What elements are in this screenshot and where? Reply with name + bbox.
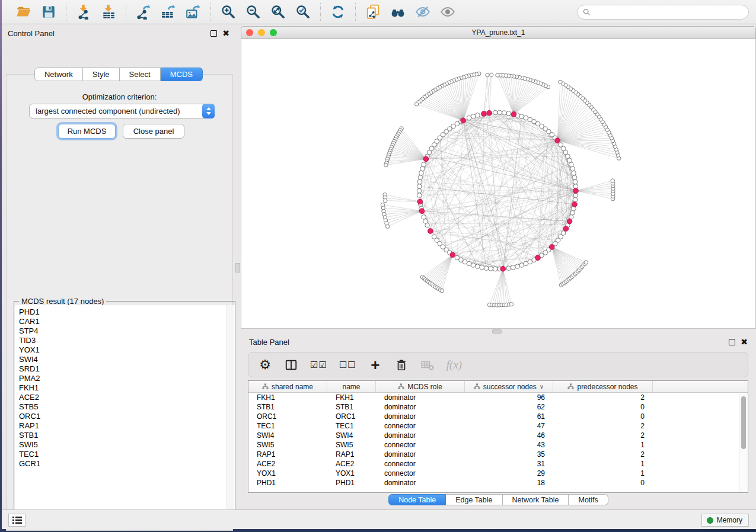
optimization-criterion-select[interactable]: largest connected component (undirected) [29,104,215,118]
cell-name: ORC1 [327,412,376,421]
status-bar: Memory [2,509,756,529]
zoom-selected-button[interactable] [292,2,314,21]
table-row[interactable]: ORC1ORC1dominator610 [248,412,738,421]
tab-select[interactable]: Select [120,68,161,81]
mcds-result-item[interactable]: TEC1 [19,450,235,459]
mcds-result-item[interactable]: STB5 [19,402,235,412]
tab-mcds[interactable]: MCDS [161,68,203,81]
clone-network-view-button[interactable] [362,2,384,21]
control-panel-title: Control Panel [8,29,55,38]
tab-node-table[interactable]: Node Table [388,494,446,505]
cell-MCDS-role: connector [376,469,465,478]
memory-button[interactable]: Memory [701,514,749,527]
mcds-result-item[interactable]: STB1 [19,431,235,440]
show-columns-button[interactable] [284,357,298,373]
mcds-result-item[interactable]: ACE2 [19,393,235,402]
table-row[interactable]: TEC1TEC1connector472 [248,421,738,431]
table-row[interactable]: RAP1RAP1dominator352 [248,450,738,459]
vertical-splitter-handle[interactable] [235,263,240,273]
close-panel-button[interactable]: Close panel [123,124,184,139]
tab-edge-table[interactable]: Edge Table [446,494,502,505]
mcds-result-item[interactable]: SWI5 [19,440,235,450]
zoom-in-button[interactable] [217,2,240,21]
mcds-result-scrollbar[interactable] [227,305,234,521]
tab-motifs[interactable]: Motifs [569,494,608,505]
mcds-result-item[interactable]: CAR1 [19,317,235,326]
export-network-icon [136,4,151,20]
cell-name: SWI4 [327,431,376,440]
tab-network-table[interactable]: Network Table [503,494,569,505]
mcds-result-item[interactable]: GCR1 [19,459,235,469]
tab-network[interactable]: Network [34,68,83,81]
node-table-scrollbar[interactable] [739,394,747,492]
mcds-result-item[interactable]: TID3 [19,336,235,345]
show-all-button[interactable] [436,2,459,21]
mcds-result-item[interactable]: ORC1 [19,412,235,421]
column-header-successor-nodes[interactable]: successor nodes∨ [465,381,553,392]
mcds-result-item[interactable]: SWI4 [19,355,235,364]
hide-selected-button[interactable] [412,2,434,21]
export-table-button[interactable] [157,2,180,21]
cell-successor-nodes: 31 [465,459,553,469]
zoom-out-button[interactable] [242,2,264,21]
column-header-shared-name[interactable]: shared name [248,381,327,392]
mcds-result-item[interactable]: FKH1 [19,383,235,393]
network-canvas[interactable] [241,39,756,329]
control-panel: Control Panel ✖ NetworkStyleSelectMCDS O… [2,24,235,509]
clone-network-view-icon [365,4,381,20]
table-row[interactable]: FKH1FKH1dominator962 [248,393,738,402]
column-header-predecessor-nodes[interactable]: predecessor nodes [553,381,653,392]
mcds-result-item[interactable]: YOX1 [19,345,235,355]
open-file-icon [16,4,31,20]
zoom-in-icon [221,4,236,20]
export-network-button[interactable] [132,2,155,21]
mcds-result-item[interactable]: STP4 [19,326,235,336]
cell-MCDS-role: dominator [376,478,465,488]
save-session-button[interactable] [37,2,60,21]
search-input[interactable] [594,8,743,17]
refresh-view-button[interactable] [327,2,349,21]
table-options-gear-button[interactable]: ⚙ [258,357,272,373]
search-field[interactable] [577,5,749,20]
deselect-all-checks-button[interactable]: ☐☐ [339,357,356,373]
add-column-button[interactable]: + [368,357,382,373]
delete-column-button[interactable] [394,357,409,373]
mcds-result-item[interactable]: SRD1 [19,364,235,374]
panel-list-button[interactable] [8,514,25,527]
mcds-result-list[interactable]: PHD1CAR1STP4TID3YOX1SWI4SRD1PMA2FKH1ACE2… [15,305,235,521]
table-row[interactable]: STB1STB1dominator620 [248,402,738,412]
control-panel-close-button[interactable]: ✖ [222,30,229,37]
export-image-button[interactable] [182,2,205,21]
cell-shared-name: FKH1 [248,393,327,402]
search-network-button[interactable] [387,2,409,21]
cell-shared-name: ORC1 [248,412,327,421]
control-panel-float-button[interactable] [210,30,217,37]
mcds-result-item[interactable]: RAP1 [19,421,235,431]
table-row[interactable]: PHD1PHD1dominator180 [248,478,738,488]
table-panel-title: Table Panel [249,338,289,347]
table-panel-float-button[interactable] [729,339,735,345]
network-view-titlebar[interactable]: YPA_prune.txt_1 [241,26,756,39]
zoom-fit-button[interactable] [267,2,289,21]
open-file-button[interactable] [12,2,35,21]
table-panel-close-button[interactable]: ✖ [741,339,748,345]
import-network-button[interactable] [72,2,95,21]
column-header-name[interactable]: name [327,381,376,392]
mcds-result-item[interactable]: PMA2 [19,374,235,383]
table-row[interactable]: YOX1YOX1connector291 [248,469,738,478]
import-table-icon [101,4,116,20]
cell-predecessor-nodes: 2 [553,421,653,431]
tab-style[interactable]: Style [83,68,120,81]
mcds-result-item[interactable]: PHD1 [19,307,235,317]
select-all-checks-button[interactable]: ☑☑ [310,357,327,373]
run-mcds-button[interactable]: Run MCDS [58,124,116,139]
table-row[interactable]: ACE2ACE2connector311 [248,459,738,469]
table-row[interactable]: SWI4SWI4dominator462 [248,431,738,440]
sort-desc-icon: ∨ [540,383,544,390]
node-table-rows: FKH1FKH1dominator962STB1STB1dominator620… [248,393,738,492]
import-table-button[interactable] [97,2,120,21]
network-hscroll-handle[interactable] [492,329,502,334]
scrollbar-thumb[interactable] [741,396,746,449]
column-header-MCDS-role[interactable]: MCDS role [376,381,465,392]
table-row[interactable]: SWI5SWI5connector431 [248,440,738,450]
